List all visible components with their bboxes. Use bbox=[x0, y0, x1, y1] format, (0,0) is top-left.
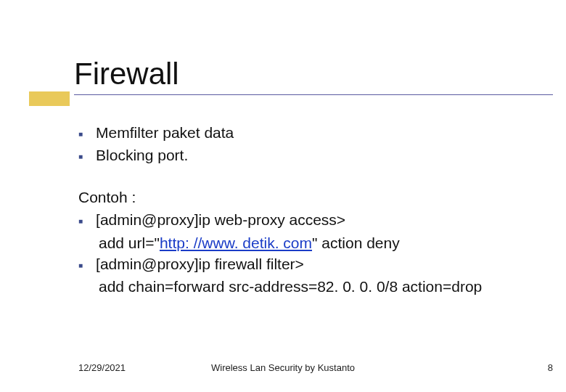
bullet-text: Blocking port. bbox=[96, 144, 551, 166]
bullet-text: Memfilter paket data bbox=[96, 122, 551, 143]
spacer bbox=[78, 168, 551, 187]
bullet-icon: ■ bbox=[78, 261, 83, 271]
example-url-link[interactable]: http: //www. detik. com bbox=[160, 234, 312, 251]
cmd-text-pre: add url=" bbox=[99, 234, 160, 251]
example-label: Contoh : bbox=[78, 187, 551, 208]
list-item: ■ Blocking port. bbox=[78, 144, 551, 166]
slide: Firewall ■ Memfilter paket data ■ Blocki… bbox=[0, 0, 566, 392]
list-item: ■ [admin@proxy]ip web-proxy access> bbox=[78, 209, 551, 230]
slide-title: Firewall bbox=[74, 57, 179, 91]
list-item: ■ [admin@proxy]ip firewall filter> bbox=[78, 253, 551, 274]
example-command-line: [admin@proxy]ip web-proxy access> bbox=[96, 209, 551, 230]
bullet-icon: ■ bbox=[78, 129, 83, 139]
example-command-line: [admin@proxy]ip firewall filter> bbox=[96, 253, 551, 274]
bullet-icon: ■ bbox=[78, 216, 83, 226]
example-command-cont: add url="http: //www. detik. com" action… bbox=[99, 232, 551, 253]
footer-date: 12/29/2021 bbox=[78, 362, 126, 373]
footer-title: Wireless Lan Security by Kustanto bbox=[211, 362, 355, 373]
bullet-icon: ■ bbox=[78, 152, 83, 162]
footer-page-number: 8 bbox=[548, 362, 553, 373]
list-item: ■ Memfilter paket data bbox=[78, 122, 551, 143]
example-command-cont: add chain=forward src-address=82. 0. 0. … bbox=[99, 276, 551, 297]
cmd-text-post: " action deny bbox=[312, 234, 400, 251]
slide-content: ■ Memfilter paket data ■ Blocking port. … bbox=[78, 122, 551, 298]
title-accent-bar bbox=[29, 91, 70, 106]
title-underline bbox=[74, 94, 553, 95]
